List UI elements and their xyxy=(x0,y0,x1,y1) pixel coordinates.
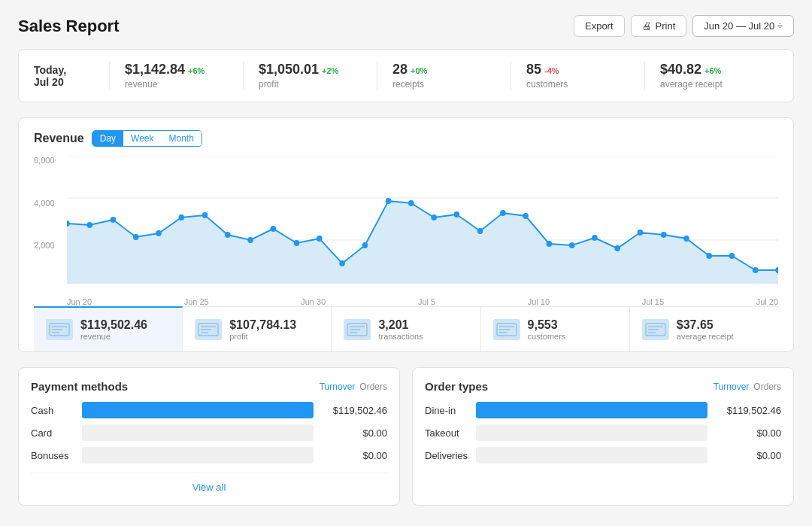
view-all-payments-link[interactable]: View all xyxy=(192,482,226,493)
order-types-header: Order types Turnover Orders xyxy=(425,380,781,393)
chart-y-labels: 6,000 4,000 2,000 xyxy=(34,156,64,284)
totals-bar: $119,502.46 revenue $107,784.13 profit xyxy=(34,306,778,351)
today-date: Today, Jul 20 xyxy=(34,64,109,88)
view-all-payments: View all xyxy=(31,473,387,493)
total-profit[interactable]: $107,784.13 profit xyxy=(183,307,332,351)
metric-receipts: 28 +0% receipts xyxy=(377,62,511,90)
svg-point-21 xyxy=(454,211,460,217)
order-dinein-row: Dine-in $119,502.46 xyxy=(425,402,781,418)
order-types-title: Order types xyxy=(425,380,488,393)
svg-point-11 xyxy=(225,232,231,238)
svg-point-27 xyxy=(592,235,598,241)
tab-month[interactable]: Month xyxy=(162,131,201,146)
tab-day[interactable]: Day xyxy=(92,131,123,146)
svg-point-32 xyxy=(706,253,712,259)
avg-receipt-icon xyxy=(642,319,669,340)
date-range-picker[interactable]: Jun 20 — Jul 20 ÷ xyxy=(692,15,794,37)
payment-methods-tabs: Turnover Orders xyxy=(320,382,387,392)
total-revenue[interactable]: $119,502.46 revenue xyxy=(34,306,183,351)
metric-profit: $1,050.01 +2% profit xyxy=(243,62,377,90)
svg-point-6 xyxy=(111,217,117,223)
order-turnover-tab[interactable]: Turnover xyxy=(714,382,750,392)
profit-icon xyxy=(195,319,222,340)
takeout-bar-track xyxy=(476,424,707,441)
svg-point-23 xyxy=(500,210,506,216)
order-types-tabs: Turnover Orders xyxy=(714,382,781,392)
svg-point-5 xyxy=(86,222,92,228)
payment-orders-tab[interactable]: Orders xyxy=(359,382,387,392)
svg-point-16 xyxy=(339,260,345,266)
payment-cash-row: Cash $119,502.46 xyxy=(31,402,387,418)
svg-point-31 xyxy=(683,236,689,242)
total-transactions[interactable]: 3,201 transactions xyxy=(332,307,480,351)
svg-point-25 xyxy=(547,241,553,247)
cash-bar-track xyxy=(82,402,314,418)
total-avg-receipt[interactable]: $37.65 average receipt xyxy=(630,307,778,351)
cash-bar-fill xyxy=(82,402,314,418)
svg-point-10 xyxy=(202,212,208,218)
order-takeout-row: Takeout $0.00 xyxy=(425,424,781,441)
order-orders-tab[interactable]: Orders xyxy=(753,382,781,392)
svg-point-26 xyxy=(569,242,575,248)
payment-bonuses-row: Bonuses $0.00 xyxy=(31,447,387,464)
payment-methods-panel: Payment methods Turnover Orders Cash $11… xyxy=(18,367,400,506)
svg-point-9 xyxy=(179,214,185,220)
svg-point-24 xyxy=(523,213,529,219)
customers-icon xyxy=(493,319,520,340)
svg-point-33 xyxy=(729,253,735,259)
order-deliveries-row: Deliveries $0.00 xyxy=(425,447,781,464)
dinein-bar-fill xyxy=(476,402,707,418)
revenue-icon xyxy=(46,319,73,340)
payment-methods-title: Payment methods xyxy=(31,380,128,393)
bottom-section: Payment methods Turnover Orders Cash $11… xyxy=(18,367,794,506)
svg-point-29 xyxy=(638,230,644,236)
payment-methods-header: Payment methods Turnover Orders xyxy=(31,380,387,393)
order-types-panel: Order types Turnover Orders Dine-in $119… xyxy=(412,367,794,506)
chart-tab-group: Day Week Month xyxy=(92,130,202,147)
chart-svg xyxy=(67,156,778,284)
transactions-icon xyxy=(344,319,371,340)
svg-point-30 xyxy=(661,232,667,238)
revenue-section: Revenue Day Week Month 6,000 4,000 2,000 xyxy=(18,117,794,352)
svg-point-12 xyxy=(247,237,253,243)
svg-point-8 xyxy=(156,230,162,236)
summary-metrics: $1,142.84 +6% revenue $1,050.01 +2% prof… xyxy=(109,62,778,90)
revenue-header: Revenue Day Week Month xyxy=(34,130,778,147)
chart-x-labels: Jun 20 Jun 25 Jun 30 Jul 5 Jul 10 Jul 15… xyxy=(67,288,778,306)
payment-card-row: Card $0.00 xyxy=(31,424,387,441)
metric-customers: 85 -4% customers xyxy=(511,62,644,90)
svg-point-15 xyxy=(317,236,323,242)
svg-point-18 xyxy=(386,198,392,204)
card-bar-track xyxy=(82,424,314,441)
total-customers[interactable]: 9,553 customers xyxy=(481,307,630,351)
revenue-title: Revenue xyxy=(34,132,84,145)
payment-turnover-tab[interactable]: Turnover xyxy=(320,382,356,392)
print-button[interactable]: Print xyxy=(631,15,687,37)
svg-point-19 xyxy=(408,200,414,206)
bonuses-bar-track xyxy=(82,447,314,464)
metric-avg-receipt: $40.82 +6% average receipt xyxy=(644,62,778,90)
print-icon xyxy=(642,20,652,32)
deliveries-bar-track xyxy=(476,447,707,464)
svg-point-7 xyxy=(133,234,139,240)
svg-point-13 xyxy=(271,226,277,232)
chart-inner xyxy=(67,156,778,284)
svg-point-17 xyxy=(362,242,368,248)
today-summary-card: Today, Jul 20 $1,142.84 +6% revenue $1,0… xyxy=(18,49,794,102)
svg-point-22 xyxy=(477,228,483,234)
svg-point-20 xyxy=(431,214,437,220)
revenue-chart-area: 6,000 4,000 2,000 xyxy=(34,156,778,306)
export-button[interactable]: Export xyxy=(574,15,625,37)
svg-point-34 xyxy=(753,267,759,273)
tab-week[interactable]: Week xyxy=(123,131,161,146)
dinein-bar-track xyxy=(476,402,707,418)
svg-point-28 xyxy=(614,245,620,251)
header-actions: Export Print Jun 20 — Jul 20 ÷ xyxy=(574,15,794,37)
page-title: Sales Report xyxy=(18,17,120,36)
svg-point-14 xyxy=(294,240,300,246)
metric-revenue: $1,142.84 +6% revenue xyxy=(109,62,243,90)
